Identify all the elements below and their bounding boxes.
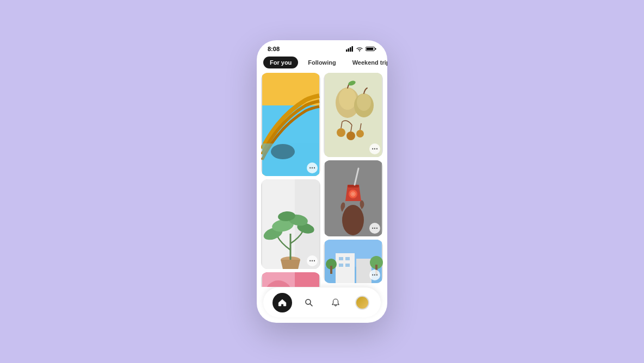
svg-point-4 xyxy=(359,51,360,52)
bottom-nav xyxy=(263,287,381,317)
pin-more-fruits[interactable]: ··· xyxy=(369,143,380,154)
status-bar: 8:08 xyxy=(257,40,387,54)
feed-area: ··· xyxy=(257,73,387,287)
svg-point-26 xyxy=(339,88,356,110)
wifi-icon xyxy=(356,46,363,52)
tab-weekend-trip[interactable]: Weekend trip xyxy=(346,57,387,68)
svg-rect-42 xyxy=(356,259,371,283)
svg-rect-0 xyxy=(346,49,348,52)
svg-point-32 xyxy=(356,130,364,137)
nav-profile-button[interactable] xyxy=(352,293,372,312)
svg-point-29 xyxy=(357,93,371,111)
tab-following[interactable]: Following xyxy=(301,57,342,68)
pin-card-fruits[interactable]: ··· xyxy=(324,73,383,157)
svg-rect-7 xyxy=(367,48,374,50)
nav-home-button[interactable] xyxy=(273,293,292,312)
phone-frame: 8:08 Fo xyxy=(257,40,387,323)
pin-more-smoothie[interactable]: ··· xyxy=(369,223,380,234)
svg-rect-36 xyxy=(348,185,359,187)
pin-card-smoothie[interactable]: ··· xyxy=(324,160,383,236)
svg-point-35 xyxy=(342,205,364,235)
svg-rect-41 xyxy=(336,253,355,283)
svg-point-31 xyxy=(346,132,355,140)
svg-rect-45 xyxy=(339,264,343,267)
svg-rect-6 xyxy=(375,48,376,50)
pin-card-plant[interactable]: ··· xyxy=(261,179,320,269)
pin-more-building[interactable]: ··· xyxy=(369,270,380,280)
right-column: ··· xyxy=(324,73,383,287)
signal-icon xyxy=(346,46,354,52)
svg-rect-1 xyxy=(348,48,350,52)
status-icons xyxy=(346,46,376,52)
svg-rect-44 xyxy=(345,257,350,260)
svg-rect-2 xyxy=(350,47,351,52)
time-display: 8:08 xyxy=(268,46,280,52)
home-icon xyxy=(277,298,287,308)
left-column: ··· xyxy=(261,73,320,287)
svg-rect-46 xyxy=(345,264,350,267)
svg-rect-43 xyxy=(339,257,343,260)
bell-icon xyxy=(331,298,340,308)
battery-icon xyxy=(366,46,376,52)
search-icon xyxy=(304,298,314,308)
svg-rect-3 xyxy=(352,46,354,52)
pin-more-plant[interactable]: ··· xyxy=(307,255,318,266)
svg-point-51 xyxy=(306,299,311,304)
profile-avatar xyxy=(355,296,369,310)
nav-search-button[interactable] xyxy=(299,293,319,312)
tabs-row: For you Following Weekend trip Kitch xyxy=(257,54,387,73)
pin-more-arch[interactable]: ··· xyxy=(307,162,318,173)
pin-card-architecture[interactable]: ··· xyxy=(261,73,320,176)
nav-bell-button[interactable] xyxy=(326,293,345,312)
masonry-grid: ··· xyxy=(261,73,383,287)
svg-rect-48 xyxy=(330,266,332,274)
pin-card-pink[interactable]: ··· xyxy=(261,272,320,287)
svg-point-30 xyxy=(337,128,345,137)
tab-for-you[interactable]: For you xyxy=(263,57,298,68)
pin-card-building[interactable]: ··· xyxy=(324,240,383,283)
